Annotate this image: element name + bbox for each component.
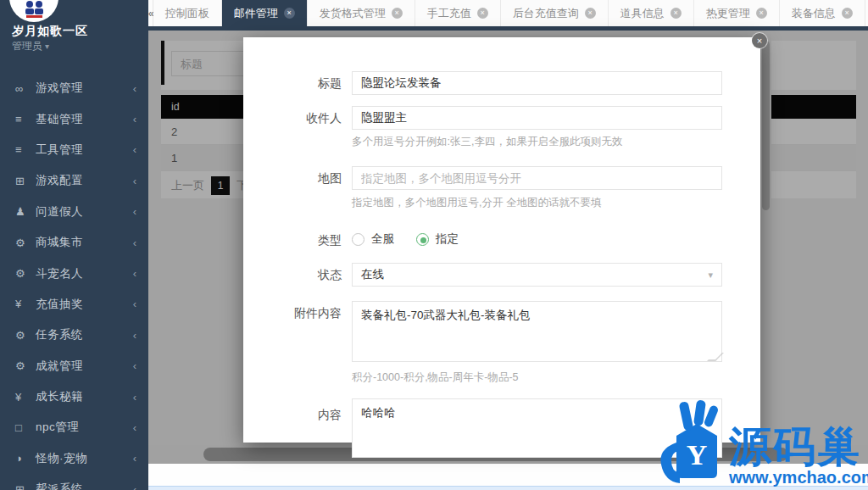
sidebar-item-label: 怪物·宠物 xyxy=(36,451,133,466)
tab-item[interactable]: 手工充值× xyxy=(415,0,501,26)
recipient-help-text: 多个用逗号分开例如:张三,李四，如果开启全服此项则无效 xyxy=(352,135,622,149)
tab-close-icon[interactable]: × xyxy=(756,8,767,19)
chevron-left-icon: ‹ xyxy=(133,113,136,125)
sidebar-item[interactable]: ∞游戏管理‹ xyxy=(0,73,148,103)
sidebar-item[interactable]: ⚙斗宠名人‹ xyxy=(0,258,148,288)
sidebar-item[interactable]: ⊞帮派系统‹ xyxy=(0,474,148,490)
chevron-left-icon: ‹ xyxy=(133,298,136,310)
avatar-emblem xyxy=(21,0,47,19)
radio-checked-icon[interactable] xyxy=(416,233,429,246)
sidebar-item-label: 帮派系统 xyxy=(36,482,133,490)
avatar[interactable] xyxy=(9,0,58,22)
sidebar-item[interactable]: ⚙成就管理‹ xyxy=(0,351,148,381)
svg-text:Y: Y xyxy=(687,439,708,471)
chevron-left-icon: ‹ xyxy=(133,359,136,372)
sidebar-item[interactable]: ≡工具管理‹ xyxy=(0,135,148,165)
chevron-left-icon: ‹ xyxy=(133,143,136,156)
tabs: 控制面板邮件管理×发货格式管理×手工充值×后台充值查询×道具信息×热更管理×装备… xyxy=(153,0,865,26)
server-name: 岁月如歌一区 xyxy=(12,24,88,39)
sidebar-item[interactable]: ¥充值抽奖‹ xyxy=(0,289,148,320)
content-field-label: 内容 xyxy=(243,408,342,423)
tab-item[interactable]: 道具信息× xyxy=(609,0,694,26)
list-icon: ≡ xyxy=(15,143,36,156)
sidebar-item-label: 任务系统 xyxy=(36,327,133,342)
caret-down-icon: ▾ xyxy=(708,264,713,286)
type-radio-option[interactable]: 指定 xyxy=(416,231,459,247)
tab-bar: « 控制面板邮件管理×发货格式管理×手工充值×后台充值查询×道具信息×热更管理×… xyxy=(148,0,868,26)
caret-down-icon: ▾ xyxy=(45,42,49,51)
attachment-help-text: 积分-1000-积分,物品-周年卡-物品-5 xyxy=(352,370,519,385)
app-root: id 2 1 上一页 1 下一页 xyxy=(0,0,868,490)
sidebar-menu: ∞游戏管理‹≡基础管理‹≡工具管理‹⊞游戏配置‹♟问道假人‹⚙商城集市‹⚙斗宠名… xyxy=(0,73,148,490)
radio-unchecked-icon[interactable] xyxy=(352,233,364,246)
chevron-left-icon: ‹ xyxy=(133,237,136,249)
coin-icon: ¥ xyxy=(15,298,36,310)
sidebar-item[interactable]: □npc管理‹ xyxy=(0,412,148,443)
map-field[interactable] xyxy=(352,166,722,190)
send-mail-dialog: 标题 收件人 多个用逗号分开例如:张三,李四，如果开启全服此项则无效 地图 指定… xyxy=(243,37,760,443)
tab-active[interactable]: 邮件管理× xyxy=(222,0,308,26)
sidebar-item[interactable]: ◑怪物·宠物‹ xyxy=(0,443,148,474)
sidebar-item-label: npc管理 xyxy=(36,420,133,435)
user-icon: ♟ xyxy=(15,205,36,218)
tab-label: 后台充值查询 xyxy=(513,6,579,21)
sidebar-item[interactable]: ⚙商城集市‹ xyxy=(0,227,148,258)
tab-item[interactable]: 后台充值查询× xyxy=(501,0,609,26)
watermark-site-url: www.ymchao.com xyxy=(729,468,868,487)
recipient-field[interactable] xyxy=(352,106,722,130)
chevron-left-icon: ‹ xyxy=(133,391,136,404)
title-field[interactable] xyxy=(352,71,722,95)
chevron-left-icon: ‹ xyxy=(133,267,136,280)
sidebar-item-label: 充值抽奖 xyxy=(36,297,133,312)
chevron-left-icon: ‹ xyxy=(133,205,136,218)
sidebar-item-label: 成就管理 xyxy=(36,359,133,374)
tab-item[interactable]: 热更管理× xyxy=(694,0,780,26)
tab-close-icon[interactable]: × xyxy=(670,8,682,19)
link-icon: ∞ xyxy=(15,82,36,95)
sidebar-item-label: 成长秘籍 xyxy=(36,389,133,404)
sidebar-item[interactable]: ⊞游戏配置‹ xyxy=(0,165,148,196)
watermark: Y 源码巢 www.ymchao.com xyxy=(651,400,868,488)
type-radio-option[interactable]: 全服 xyxy=(352,231,394,247)
table-icon: ⊞ xyxy=(15,483,36,490)
status-field-label: 状态 xyxy=(243,268,342,283)
status-select[interactable]: 在线 ▾ xyxy=(352,263,722,287)
tab-close-icon[interactable]: × xyxy=(477,8,488,19)
tab-close-icon[interactable]: × xyxy=(392,8,403,19)
tab-item[interactable]: 控制面板 xyxy=(153,0,222,26)
map-field-label: 地图 xyxy=(243,171,342,187)
sidebar-item[interactable]: ⚙任务系统‹ xyxy=(0,320,148,350)
sidebar-item-label: 基础管理 xyxy=(36,112,133,127)
chevron-left-icon: ‹ xyxy=(133,483,136,490)
type-field-label: 类型 xyxy=(243,233,342,248)
sidebar-item-label: 游戏配置 xyxy=(36,173,133,188)
gear-icon: ⚙ xyxy=(15,237,36,249)
tab-label: 热更管理 xyxy=(706,6,750,21)
role-dropdown[interactable]: 管理员▾ xyxy=(12,39,49,53)
type-radio-group: 全服指定 xyxy=(352,231,459,247)
tab-item[interactable]: 发货格式管理× xyxy=(308,0,415,26)
gear-icon: ⚙ xyxy=(15,267,36,280)
sidebar-item-label: 工具管理 xyxy=(36,142,133,158)
tab-close-icon[interactable]: × xyxy=(842,8,853,19)
chevron-left-icon: ‹ xyxy=(133,329,136,342)
tab-label: 发货格式管理 xyxy=(320,6,386,21)
sidebar-item[interactable]: ≡基础管理‹ xyxy=(0,103,148,134)
sidebar-item[interactable]: ♟问道假人‹ xyxy=(0,197,148,227)
tab-close-icon[interactable]: × xyxy=(585,8,596,19)
radio-option-label: 指定 xyxy=(436,231,459,247)
chevron-left-icon: ‹ xyxy=(133,421,136,434)
tab-item[interactable]: 装备信息× xyxy=(780,0,865,26)
contrast-icon: ◑ xyxy=(15,452,36,465)
tab-close-icon[interactable]: × xyxy=(284,8,295,19)
attachment-textarea[interactable]: 装备礼包-70武器大礼包-装备礼包 xyxy=(352,301,722,362)
sidebar-item[interactable]: ¥成长秘籍‹ xyxy=(0,381,148,412)
gear-icon: ⚙ xyxy=(15,329,36,342)
tab-label: 控制面板 xyxy=(165,6,209,21)
watermark-hand-logo: Y xyxy=(651,400,729,488)
attachment-field-label: 附件内容 xyxy=(243,306,342,321)
sidebar-item-label: 斗宠名人 xyxy=(36,266,133,281)
tab-label: 手工充值 xyxy=(427,6,471,21)
sidebar-item-label: 游戏管理 xyxy=(36,81,133,96)
dialog-close-icon[interactable]: × xyxy=(752,33,767,48)
